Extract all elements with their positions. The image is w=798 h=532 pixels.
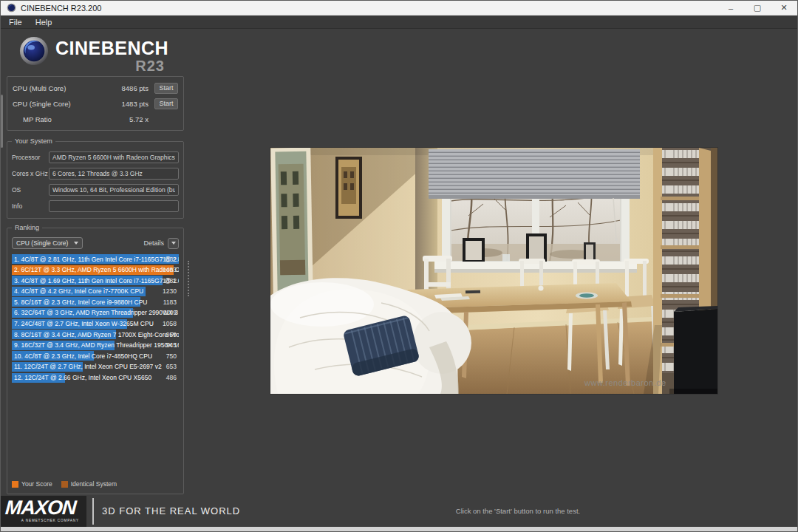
cores-field[interactable] bbox=[49, 168, 179, 180]
processor-field[interactable] bbox=[49, 151, 179, 163]
ranking-row-label: 5. 8C/16T @ 2.3 GHz, Intel Core i9-9880H… bbox=[14, 299, 147, 306]
details-control: Details bbox=[143, 238, 179, 249]
render-watermark: www.renderbaron.de bbox=[584, 378, 666, 387]
ranking-row[interactable]: 3. 4C/8T @ 1.69 GHz, 11th Gen Intel Core… bbox=[12, 276, 179, 285]
panel-splitter-handle[interactable] bbox=[188, 261, 189, 296]
os-label: OS bbox=[12, 186, 49, 194]
multicore-score: 8486 pts bbox=[109, 84, 149, 92]
ranking-row[interactable]: 8. 8C/16T @ 3.4 GHz, AMD Ryzen 7 1700X E… bbox=[12, 330, 179, 339]
maxon-logo: MAXON A NEMETSCHEK COMPANY bbox=[1, 496, 86, 527]
window-bottom-edge bbox=[1, 527, 797, 531]
chevron-down-icon bbox=[171, 242, 176, 245]
ranking-row-label: 2. 6C/12T @ 3.3 GHz, AMD Ryzen 5 6600H w… bbox=[14, 266, 179, 273]
singlecore-score: 1483 pts bbox=[109, 100, 149, 108]
mpratio-label: MP Ratio bbox=[13, 115, 109, 123]
scene-bookshelf bbox=[644, 148, 717, 394]
system-row-os: OS bbox=[12, 182, 179, 198]
singlecore-start-button[interactable]: Start bbox=[154, 98, 178, 109]
ranking-row-label: 11. 12C/24T @ 2.7 GHz, Intel Xeon CPU E5… bbox=[14, 363, 162, 370]
footer-tagline: 3D FOR THE REAL WORLD bbox=[102, 505, 240, 516]
legend-label: Identical System bbox=[71, 480, 117, 488]
menu-item-file[interactable]: File bbox=[2, 16, 29, 29]
ranking-row-label: 8. 8C/16T @ 3.4 GHz, AMD Ryzen 7 1700X E… bbox=[14, 331, 179, 338]
menu-item-help[interactable]: Help bbox=[29, 16, 59, 29]
multicore-label: CPU (Multi Core) bbox=[13, 84, 109, 92]
legend-swatch bbox=[12, 481, 18, 488]
ranking-row-score: 750 bbox=[166, 352, 177, 360]
ranking-row-label: 1. 4C/8T @ 2.81 GHz, 11th Gen Intel Core… bbox=[14, 256, 179, 263]
mpratio-value: 5.72 x bbox=[109, 115, 149, 123]
benchmark-section: CPU (Multi Core) 8486 pts Start CPU (Sin… bbox=[7, 76, 184, 131]
ranking-row-score: 1058 bbox=[163, 320, 177, 327]
ranking-color-legend: Your ScoreIdentical System bbox=[12, 478, 179, 490]
panel-scrollbar-thumb[interactable] bbox=[1, 95, 3, 148]
ranking-list: 1. 4C/8T @ 2.81 GHz, 11th Gen Intel Core… bbox=[12, 254, 179, 383]
ranking-row-label: 4. 4C/8T @ 4.2 GHz, Intel Core i7-7700K … bbox=[14, 287, 143, 295]
details-dropdown-button[interactable] bbox=[168, 238, 179, 249]
ranking-row[interactable]: 9. 16C/32T @ 3.4 GHz, AMD Ryzen Threadri… bbox=[12, 341, 179, 350]
cores-label: Cores x GHz bbox=[12, 170, 49, 177]
ranking-row[interactable]: 7. 24C/48T @ 2.7 GHz, Intel Xeon W-3265M… bbox=[12, 319, 179, 329]
details-label: Details bbox=[143, 239, 164, 247]
ranking-legend: Ranking bbox=[12, 224, 42, 231]
singlecore-label: CPU (Single Core) bbox=[13, 100, 109, 108]
os-field[interactable] bbox=[49, 184, 179, 196]
ranking-row-score: 1532 bbox=[163, 256, 177, 263]
ranking-row-label: 9. 16C/32T @ 3.4 GHz, AMD Ryzen Threadri… bbox=[14, 341, 179, 349]
status-message: Click on the 'Start' button to run the t… bbox=[400, 507, 636, 515]
info-label: Info bbox=[12, 202, 49, 210]
ranking-row[interactable]: 1. 4C/8T @ 2.81 GHz, 11th Gen Intel Core… bbox=[12, 254, 179, 264]
ranking-row-label: 3. 4C/8T @ 1.69 GHz, 11th Gen Intel Core… bbox=[14, 277, 179, 284]
ranking-row[interactable]: 11. 12C/24T @ 2.7 GHz, Intel Xeon CPU E5… bbox=[12, 362, 179, 372]
ranking-filter-dropdown[interactable]: CPU (Single Core) bbox=[12, 237, 83, 249]
title-bar: CINEBENCH R23.200 – ▢ ✕ bbox=[1, 1, 797, 16]
ranking-row[interactable]: 5. 8C/16T @ 2.3 GHz, Intel Core i9-9880H… bbox=[12, 297, 179, 307]
system-row-processor: Processor bbox=[12, 149, 179, 166]
ranking-row[interactable]: 2. 6C/12T @ 3.3 GHz, AMD Ryzen 5 6600H w… bbox=[12, 265, 179, 275]
ranking-row-score: 1109 bbox=[163, 309, 177, 316]
benchmark-row-singlecore: CPU (Single Core) 1483 pts Start bbox=[13, 96, 178, 112]
cinebench-window: CINEBENCH R23.200 – ▢ ✕ FileHelp bbox=[0, 0, 798, 532]
ranking-filter-row: CPU (Single Core) Details bbox=[12, 236, 179, 250]
system-row-info: Info bbox=[12, 198, 179, 214]
window-title: CINEBENCH R23.200 bbox=[21, 4, 101, 13]
ranking-row-label: 12. 12C/24T @ 2.66 GHz, Intel Xeon CPU X… bbox=[14, 374, 151, 381]
close-button[interactable]: ✕ bbox=[771, 1, 797, 15]
ranking-row[interactable]: 6. 32C/64T @ 3 GHz, AMD Ryzen Threadripp… bbox=[12, 308, 179, 318]
maximize-button[interactable]: ▢ bbox=[744, 1, 771, 15]
info-field[interactable] bbox=[49, 200, 179, 212]
mpratio-spacer bbox=[154, 114, 178, 125]
ranking-row[interactable]: 4. 4C/8T @ 4.2 GHz, Intel Core i7-7700K … bbox=[12, 287, 179, 296]
ranking-row-score: 945 bbox=[166, 341, 177, 349]
benchmark-row-multicore: CPU (Multi Core) 8486 pts Start bbox=[13, 81, 178, 96]
system-row-cores: Cores x GHz bbox=[12, 166, 179, 182]
ranking-row[interactable]: 12. 12C/24T @ 2.66 GHz, Intel Xeon CPU X… bbox=[12, 373, 179, 383]
processor-label: Processor bbox=[12, 154, 49, 161]
legend-label: Your Score bbox=[21, 480, 52, 488]
logo-title: CINEBENCH bbox=[55, 38, 168, 59]
ranking-row-score: 486 bbox=[166, 374, 177, 381]
cinema4d-app-icon bbox=[7, 3, 16, 13]
your-system-legend: Your System bbox=[12, 137, 55, 145]
ranking-row-label: 7. 24C/48T @ 2.7 GHz, Intel Xeon W-3265M… bbox=[14, 320, 154, 327]
your-system-section: Your System Processor Cores x GHz OS Inf… bbox=[7, 141, 184, 219]
ranking-row-score: 653 bbox=[166, 363, 177, 370]
ranking-filter-value: CPU (Single Core) bbox=[16, 239, 74, 247]
minimize-button[interactable]: – bbox=[717, 1, 744, 15]
benchmark-row-mpratio: MP Ratio 5.72 x bbox=[13, 112, 178, 127]
menu-bar: FileHelp bbox=[1, 16, 797, 29]
multicore-start-button[interactable]: Start bbox=[154, 83, 178, 94]
maxon-subtitle: A NEMETSCHEK COMPANY bbox=[1, 519, 86, 522]
side-panel: CINEBENCH R23 CPU (Multi Core) 8486 pts … bbox=[7, 30, 184, 494]
legend-swatch bbox=[61, 481, 68, 488]
cinebench-logo: CINEBENCH R23 bbox=[7, 30, 184, 76]
ranking-row-score: 959 bbox=[166, 331, 177, 338]
cinebench-sphere-icon bbox=[18, 35, 50, 66]
ranking-row-score: 1382 bbox=[163, 277, 177, 284]
chevron-down-icon bbox=[74, 242, 78, 245]
ranking-row-label: 10. 4C/8T @ 2.3 GHz, Intel Core i7-4850H… bbox=[14, 352, 152, 360]
scene-window bbox=[429, 149, 640, 273]
ranking-row-score: 1483 bbox=[163, 266, 177, 273]
ranking-row[interactable]: 10. 4C/8T @ 2.3 GHz, Intel Core i7-4850H… bbox=[12, 351, 179, 361]
window-controls: – ▢ ✕ bbox=[717, 1, 797, 15]
